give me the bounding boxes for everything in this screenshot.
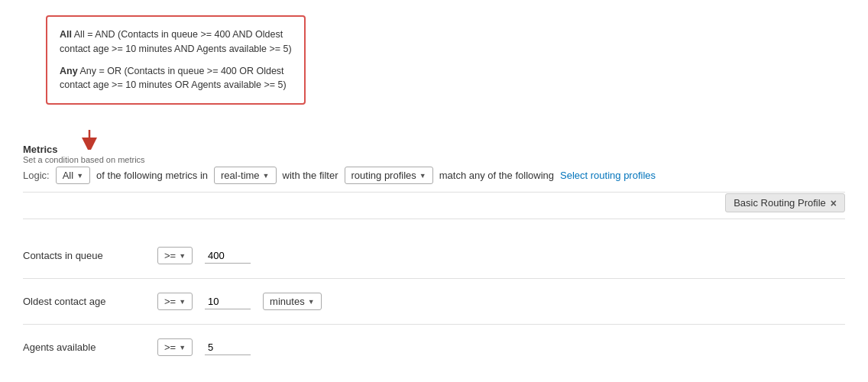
routing-profiles-value: routing profiles [351, 170, 416, 181]
tooltip-all-text: All = AND (Contacts in queue >= 400 AND … [60, 29, 292, 54]
select-routing-profiles-label: Select routing profiles [560, 170, 656, 181]
routing-profiles-area: Basic Routing Profile × [23, 187, 845, 219]
metric-row: Oldest contact age >= ▼ minutes ▼ [23, 279, 845, 325]
metric-row: Agents available >= ▼ [23, 325, 845, 370]
match-any-label: match any of the following [439, 170, 554, 181]
metric-row: Contacts in queue >= ▼ [23, 233, 845, 279]
contacts-value-input[interactable] [205, 248, 251, 264]
agents-operator-arrow-icon: ▼ [179, 344, 186, 351]
of-following-metrics-label: of the following metrics in [96, 170, 208, 181]
section-subtitle: Set a condition based on metrics [23, 155, 145, 164]
metric-rows: Contacts in queue >= ▼ Oldest contact ag… [23, 233, 845, 370]
oldest-unit-value: minutes [270, 296, 305, 307]
arrow-down-icon [81, 128, 98, 150]
contacts-operator-arrow-icon: ▼ [179, 252, 186, 260]
realtime-dropdown-arrow-icon: ▼ [263, 172, 270, 180]
metric-name-contacts-in-queue: Contacts in queue [23, 250, 145, 261]
tooltip-popup: All All = AND (Contacts in queue >= 400 … [46, 15, 306, 105]
routing-profiles-dropdown[interactable]: routing profiles ▼ [345, 167, 433, 184]
all-value: All [63, 170, 73, 181]
oldest-unit-arrow-icon: ▼ [308, 298, 315, 306]
oldest-operator-arrow-icon: ▼ [179, 298, 186, 306]
metric-name-agents-available: Agents available [23, 342, 145, 353]
agents-value-input[interactable] [205, 340, 251, 355]
oldest-operator-dropdown[interactable]: >= ▼ [157, 293, 193, 310]
metric-name-oldest-contact-age: Oldest contact age [23, 296, 145, 307]
realtime-value: real-time [221, 170, 260, 181]
contacts-operator-dropdown[interactable]: >= ▼ [157, 247, 193, 264]
all-dropdown-arrow-icon: ▼ [76, 172, 83, 180]
tooltip-any-label: Any [60, 66, 78, 76]
logic-label: Logic: [23, 170, 50, 181]
agents-operator-dropdown[interactable]: >= ▼ [157, 338, 193, 356]
oldest-value-input[interactable] [205, 294, 251, 309]
tooltip-any-text: Any = OR (Contacts in queue >= 400 OR Ol… [60, 66, 287, 91]
routing-profiles-arrow-icon: ▼ [419, 172, 426, 180]
tag-area: Basic Routing Profile × [23, 187, 845, 219]
all-dropdown[interactable]: All ▼ [56, 167, 90, 184]
tag-close-button[interactable]: × [831, 198, 837, 209]
with-filter-label: with the filter [283, 170, 338, 181]
realtime-dropdown[interactable]: real-time ▼ [214, 167, 277, 184]
tooltip-all-label: All [60, 29, 72, 40]
agents-operator-value: >= [164, 342, 176, 353]
contacts-operator-value: >= [164, 250, 176, 261]
oldest-unit-dropdown[interactable]: minutes ▼ [263, 293, 321, 310]
oldest-operator-value: >= [164, 296, 176, 307]
routing-profile-tag: Basic Routing Profile × [725, 193, 845, 212]
tag-label: Basic Routing Profile [734, 197, 826, 209]
